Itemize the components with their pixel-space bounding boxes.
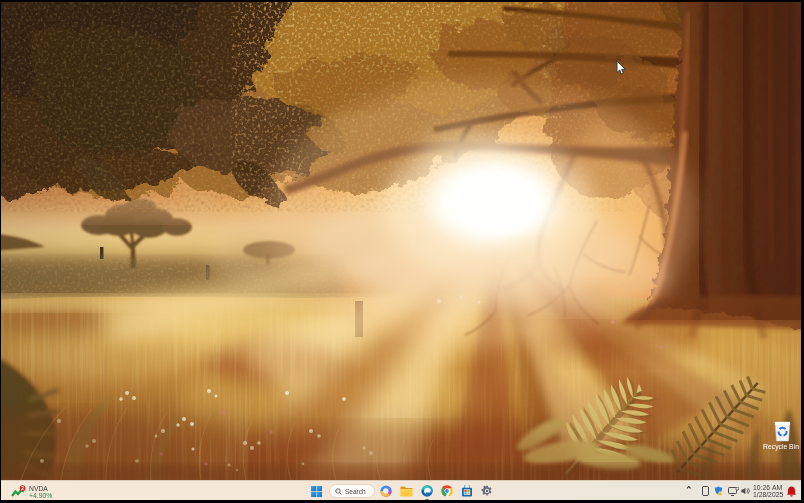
svg-text:2: 2 (21, 486, 24, 491)
svg-text:Recycle Bin: Recycle Bin (763, 443, 799, 451)
